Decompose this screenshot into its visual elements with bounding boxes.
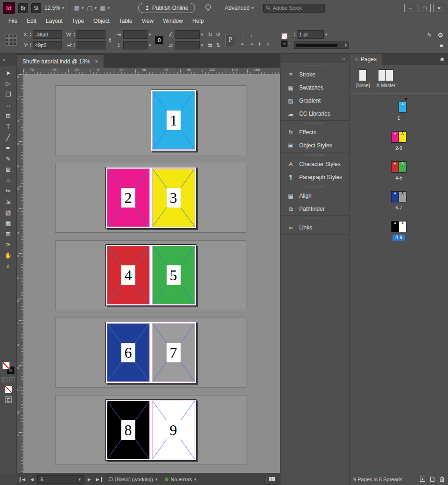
- note-tool[interactable]: ✉: [1, 229, 15, 239]
- tab-close-icon[interactable]: ×: [95, 58, 98, 65]
- type-tool[interactable]: T: [1, 121, 15, 132]
- chevron-down-icon[interactable]: ▾: [149, 43, 151, 48]
- panel-pathfinder[interactable]: ⧉Pathfinder: [280, 202, 349, 215]
- document-page-8[interactable]: 8: [105, 399, 151, 461]
- fill-swatch[interactable]: [281, 33, 287, 39]
- y-position-field[interactable]: 49p0: [33, 41, 62, 49]
- content-collector-tool[interactable]: ⊞: [1, 111, 15, 121]
- view-options-dropdown[interactable]: ▦ ▾: [74, 5, 84, 12]
- scale-x-field[interactable]: [123, 30, 147, 39]
- stroke-weight-stepper[interactable]: ▴▾: [294, 32, 295, 37]
- panel-grip[interactable]: [280, 152, 349, 158]
- document-page-1[interactable]: 1: [151, 90, 196, 151]
- menu-object[interactable]: Object: [89, 16, 114, 26]
- apply-none-swatch[interactable]: [5, 386, 12, 393]
- preflight-profile-dropdown[interactable]: [Basic] (working) ▾: [109, 477, 158, 482]
- arrow-icon[interactable]: ›: [288, 34, 290, 38]
- panel-stroke[interactable]: ≡Stroke: [280, 68, 349, 81]
- horizontal-ruler[interactable]: 724824024487296120144168: [23, 68, 280, 74]
- control-panel-menu-icon[interactable]: ≡: [440, 42, 443, 49]
- toolbar-expand-icon[interactable]: »: [0, 54, 16, 66]
- master--none-[interactable]: [None]: [356, 69, 370, 88]
- learn-bulb-icon[interactable]: [205, 4, 211, 12]
- pages-panel-spread-1[interactable]: A1: [350, 97, 448, 127]
- page-thumb-8[interactable]: A: [391, 221, 399, 232]
- document-page-6[interactable]: 6: [105, 322, 151, 383]
- scale-y-field[interactable]: [123, 41, 147, 49]
- line-tool[interactable]: ╱: [1, 132, 15, 143]
- vertical-ruler[interactable]: 02468024680246802: [17, 74, 23, 473]
- rectangle-frame-tool[interactable]: ⊠: [1, 164, 15, 175]
- panel-align[interactable]: ▤Align: [280, 189, 349, 202]
- chevron-down-icon[interactable]: ▾: [201, 32, 203, 37]
- distribute-icon-2[interactable]: ←: [256, 32, 263, 39]
- edit-page-size-icon[interactable]: [420, 476, 426, 482]
- scissors-tool[interactable]: ✂: [1, 186, 15, 196]
- arrow-icon[interactable]: ›: [288, 42, 290, 46]
- flip-vertical-button[interactable]: ⇅: [215, 42, 221, 48]
- chevron-down-icon[interactable]: ▾: [325, 32, 328, 37]
- eyedropper-tool[interactable]: ✑: [1, 239, 15, 250]
- document-tab[interactable]: Shuffle tutorial.indd @ 13% ×: [17, 55, 104, 68]
- gear-icon[interactable]: ⚙: [437, 31, 443, 39]
- constrain-proportions-icon[interactable]: ∞: [107, 38, 114, 42]
- panel-grip[interactable]: [280, 63, 349, 68]
- chevron-down-icon[interactable]: ▾: [201, 43, 203, 48]
- distribute-icon-0[interactable]: ↑: [239, 32, 246, 39]
- master-a-master[interactable]: A-Master: [376, 69, 395, 88]
- new-page-icon[interactable]: [430, 476, 435, 482]
- quick-apply-icon[interactable]: ϟ: [427, 31, 431, 39]
- panel-paragraph-styles[interactable]: ¶Paragraph Styles: [280, 171, 349, 184]
- menu-type[interactable]: Type: [67, 16, 89, 26]
- stroke-swatch[interactable]: [281, 41, 287, 47]
- panel-effects[interactable]: fxEffects: [280, 126, 349, 139]
- page-thumb-2[interactable]: A: [391, 132, 399, 143]
- menu-window[interactable]: Window: [158, 16, 188, 26]
- panel-gradient[interactable]: ▨Gradient: [280, 94, 349, 107]
- reference-point-proxy[interactable]: [6, 35, 17, 46]
- menu-layout[interactable]: Layout: [41, 16, 67, 26]
- minimize-button[interactable]: ─: [404, 4, 416, 12]
- document-page-3[interactable]: 3: [151, 167, 196, 229]
- flip-horizontal-button[interactable]: ⇆: [207, 42, 213, 48]
- distribute-icon-4[interactable]: ⇤: [239, 41, 246, 48]
- distribute-icon-7[interactable]: ⇟: [265, 41, 271, 48]
- formatting-affects-container-icon[interactable]: □: [2, 377, 7, 382]
- page-thumb-3[interactable]: A: [399, 132, 406, 143]
- panel-swatches[interactable]: ▦Swatches: [280, 81, 349, 94]
- w-stepper[interactable]: ▴▾: [74, 32, 75, 37]
- page-tool[interactable]: ❐: [1, 89, 15, 100]
- gradient-feather-tool[interactable]: ▩: [1, 218, 15, 229]
- free-transform-tool[interactable]: ⇲: [1, 196, 15, 207]
- distribute-icon-6[interactable]: ⇞: [256, 41, 263, 48]
- publish-online-button[interactable]: ↥ Publish Online: [138, 3, 195, 13]
- page-number-dropdown[interactable]: 5 ▾: [37, 475, 84, 484]
- select-container-button[interactable]: P: [225, 34, 235, 46]
- document-page-7[interactable]: 7: [151, 322, 196, 383]
- panel-grip[interactable]: [280, 184, 349, 189]
- gap-tool[interactable]: ↔: [1, 100, 15, 111]
- pen-tool[interactable]: ✒: [1, 143, 15, 153]
- gradient-swatch-tool[interactable]: ▧: [1, 207, 15, 218]
- panel-cc-libraries[interactable]: ☁CC Libraries: [280, 107, 349, 120]
- last-page-button[interactable]: ▶: [95, 477, 102, 482]
- pasteboard[interactable]: 123456789: [23, 74, 280, 473]
- screen-mode-button[interactable]: [5, 396, 12, 403]
- pencil-tool[interactable]: ✎: [1, 153, 15, 164]
- rotate-ccw-button[interactable]: ↺: [215, 31, 221, 38]
- h-stepper[interactable]: ▴▾: [74, 43, 75, 48]
- panel-grip[interactable]: [280, 121, 349, 126]
- y-stepper[interactable]: ▴▾: [30, 43, 31, 48]
- chevron-down-icon[interactable]: ▾: [149, 32, 151, 37]
- panel-object-styles[interactable]: ▣Object Styles: [280, 139, 349, 152]
- menu-table[interactable]: Table: [114, 16, 137, 26]
- page-thumb-7[interactable]: A: [399, 191, 406, 202]
- distribute-icon-3[interactable]: →: [265, 32, 271, 39]
- zoom-tool[interactable]: ⌕: [1, 261, 15, 271]
- rotate-cw-button[interactable]: ↻: [207, 31, 213, 38]
- stroke-style-dropdown[interactable]: ▾: [294, 42, 349, 49]
- zoom-level-dropdown[interactable]: 12.5% ▾: [44, 5, 64, 11]
- width-field[interactable]: [77, 30, 105, 39]
- spread-view-button[interactable]: [266, 476, 277, 483]
- distribute-icon-1[interactable]: ↓: [248, 32, 254, 39]
